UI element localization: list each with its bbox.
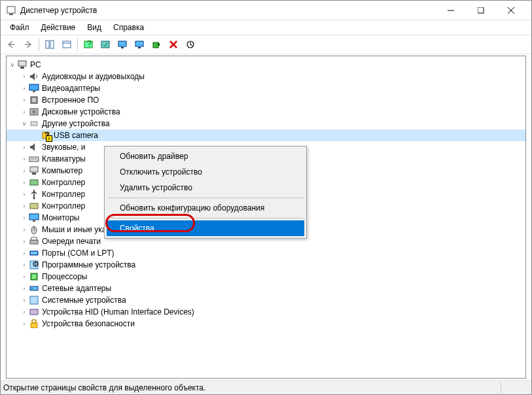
expand-icon[interactable]: › [20,215,29,221]
expand-icon[interactable]: › [20,191,29,198]
context-menu-item[interactable]: Обновить конфигурацию оборудования [107,200,304,216]
svg-rect-36 [30,167,38,172]
tree-category[interactable]: ›Порты (COM и LPT) [7,247,525,259]
device-icon [29,165,39,176]
svg-point-49 [33,252,35,254]
device-icon [29,71,39,82]
update-button[interactable] [183,37,198,52]
svg-rect-16 [121,47,124,48]
forward-button[interactable] [20,37,36,52]
device-icon [29,295,39,305]
expand-icon[interactable]: › [20,85,29,92]
title-bar: Диспетчер устройств [1,1,531,20]
device-icon [29,83,39,94]
uninstall-button[interactable] [166,37,181,52]
svg-rect-31 [31,122,37,126]
tree-label: Очереди печати [42,237,103,246]
expand-icon[interactable]: › [20,73,29,80]
expand-icon[interactable]: › [20,250,29,256]
tree-category[interactable]: vДругие устройства [7,118,525,129]
context-menu-item[interactable]: Отключить устройство [107,164,304,180]
svg-rect-37 [32,173,36,175]
svg-point-50 [35,252,37,254]
device-icon [29,318,39,329]
svg-rect-58 [30,309,38,315]
context-menu-item[interactable]: Свойства [107,220,304,236]
expand-icon[interactable]: › [20,238,29,245]
device-icon: ?! [41,130,51,141]
minimize-button[interactable] [436,1,466,20]
expand-icon[interactable]: › [20,273,29,280]
expand-icon[interactable]: › [20,167,29,174]
menu-help[interactable]: Справка [108,22,149,33]
display-button-1[interactable] [115,37,130,52]
svg-rect-26 [33,91,35,92]
tree-category[interactable]: ›Встроенное ПО [7,94,525,106]
tree-label: Контроллер [42,178,88,187]
enable-button[interactable] [149,37,164,52]
svg-rect-25 [29,84,39,90]
help-button[interactable]: ? [80,37,96,52]
context-separator [108,218,303,218]
menu-action[interactable]: Действие [36,22,81,33]
tree-label: USB camera [54,131,101,140]
tree-category[interactable]: ›Сетевые адаптеры [7,283,525,294]
tree-category[interactable]: ›Процессоры [7,271,525,283]
expand-icon[interactable]: › [20,179,29,186]
device-icon [29,224,39,235]
tree-label: Контроллер [42,201,88,211]
computer-icon [17,60,27,70]
expand-icon[interactable]: › [20,203,29,209]
close-button[interactable] [496,1,526,20]
tree-category[interactable]: ›Дисковые устройства [7,106,525,118]
tree-label: Системные устройства [42,296,129,305]
collapse-icon[interactable]: v [8,61,17,68]
svg-rect-57 [30,296,38,304]
tree-device[interactable]: ?!USB camera [7,129,525,141]
tree-label: PC [30,60,44,69]
svg-rect-19 [153,43,158,48]
expand-icon[interactable]: › [20,309,29,315]
expand-icon[interactable]: › [20,320,29,327]
svg-rect-1 [9,14,13,15]
menu-bar: Файл Действие Вид Справка [1,20,531,35]
svg-rect-15 [118,41,126,46]
device-icon [29,236,39,247]
tree-category[interactable]: ›⚙Программные устройства [7,259,525,271]
device-icon [29,201,39,211]
svg-rect-8 [46,41,49,48]
tree-category[interactable]: ›Устройства HID (Human Interface Devices… [7,306,525,318]
expand-icon[interactable]: › [20,262,29,268]
display-button-2[interactable] [132,37,147,52]
menu-file[interactable]: Файл [5,22,35,33]
tree-category[interactable]: ›Видеоадаптеры [7,82,525,94]
expand-icon[interactable]: › [20,144,29,150]
expand-icon[interactable]: v [20,120,29,127]
context-menu-item[interactable]: Удалить устройство [107,180,304,196]
tree-root[interactable]: vPC [7,59,525,71]
maximize-button[interactable] [466,1,496,20]
scan-button[interactable] [98,37,113,52]
expand-icon[interactable]: › [20,285,29,292]
svg-rect-59 [32,320,36,323]
tree-label: Устройства безопасности [42,319,137,328]
properties-button[interactable] [59,37,75,52]
window-title: Диспетчер устройств [20,6,436,15]
expand-icon[interactable]: › [20,156,29,162]
device-icon [29,118,39,129]
back-button[interactable] [3,37,19,52]
tree-label: Другие устройства [42,119,113,128]
expand-icon[interactable]: › [20,109,29,115]
tree-category[interactable]: ›Устройства безопасности [7,318,525,330]
expand-icon[interactable]: › [20,226,29,233]
device-icon [29,213,39,223]
tree-category[interactable]: ›Аудиовходы и аудиовыходы [7,71,525,82]
expand-icon[interactable]: › [20,297,29,303]
expand-icon[interactable]: › [20,97,29,103]
context-menu-item[interactable]: Обновить драйвер [107,148,304,164]
menu-view[interactable]: Вид [82,22,107,33]
svg-rect-60 [31,323,37,328]
show-hide-button[interactable] [42,37,58,52]
device-icon [29,189,39,199]
tree-category[interactable]: ›Системные устройства [7,294,525,306]
